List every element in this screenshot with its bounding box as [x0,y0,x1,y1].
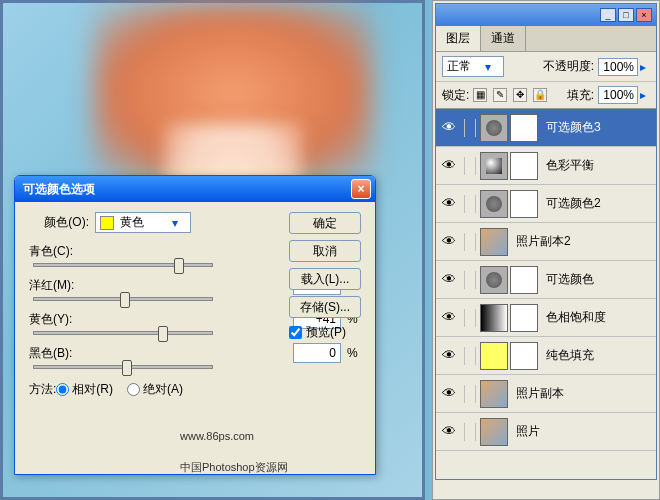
color-label: 颜色(O): [29,214,89,231]
magenta-slider[interactable] [33,297,213,301]
lock-all-icon[interactable]: 🔒 [533,88,547,102]
opacity-label: 不透明度: [543,58,594,75]
layer-thumb[interactable] [480,190,508,218]
color-dropdown[interactable]: 黄色 ▾ [95,212,191,233]
layer-name: 照片 [516,423,540,440]
visibility-icon[interactable]: 👁 [440,347,458,365]
lock-label: 锁定: [442,87,469,104]
relative-radio[interactable] [56,383,69,396]
layer-name: 可选颜色3 [546,119,601,136]
visibility-icon[interactable]: 👁 [440,385,458,403]
cyan-slider[interactable] [33,263,213,267]
visibility-icon[interactable]: 👁 [440,233,458,251]
layer-mask-thumb[interactable] [510,266,538,294]
opacity-input[interactable]: 100% [598,58,638,76]
cyan-label: 青色(C): [29,243,89,260]
layer-row[interactable]: 👁色彩平衡 [436,147,656,185]
preview-checkbox[interactable]: 预览(P) [289,324,361,341]
visibility-icon[interactable]: 👁 [440,309,458,327]
black-input[interactable] [293,343,341,363]
arrow-right-icon[interactable]: ▸ [640,60,650,74]
layer-row[interactable]: 👁照片副本2 [436,223,656,261]
visibility-icon[interactable]: 👁 [440,157,458,175]
layer-name: 纯色填充 [546,347,594,364]
layer-row[interactable]: 👁可选颜色 [436,261,656,299]
layer-thumb[interactable] [480,304,508,332]
dialog-titlebar[interactable]: 可选颜色选项 × [15,176,375,202]
layer-row[interactable]: 👁色相饱和度 [436,299,656,337]
layer-list: 👁可选颜色3👁色彩平衡👁可选颜色2👁照片副本2👁可选颜色👁色相饱和度👁纯色填充👁… [436,109,656,479]
cancel-button[interactable]: 取消 [289,240,361,262]
layer-thumb[interactable] [480,342,508,370]
visibility-icon[interactable]: 👁 [440,119,458,137]
ok-button[interactable]: 确定 [289,212,361,234]
layer-row[interactable]: 👁可选颜色3 [436,109,656,147]
black-label: 黑色(B): [29,345,89,362]
black-slider[interactable] [33,365,213,369]
slider-thumb[interactable] [174,258,184,274]
slider-thumb[interactable] [122,360,132,376]
layers-panel: _ □ × 图层 通道 正常 ▾ 不透明度: 100% ▸ 锁定: ▦ ✎ ✥ … [432,0,660,500]
layer-thumb[interactable] [480,152,508,180]
layer-row[interactable]: 👁纯色填充 [436,337,656,375]
layer-thumb[interactable] [480,380,508,408]
layer-name: 照片副本 [516,385,564,402]
minimize-icon[interactable]: _ [600,8,616,22]
magenta-label: 洋红(M): [29,277,89,294]
load-button[interactable]: 载入(L)... [289,268,361,290]
arrow-right-icon[interactable]: ▸ [640,88,650,102]
blend-mode-dropdown[interactable]: 正常 ▾ [442,56,504,77]
close-icon[interactable]: × [351,179,371,199]
slider-thumb[interactable] [120,292,130,308]
link-slot[interactable] [464,233,476,251]
visibility-icon[interactable]: 👁 [440,195,458,213]
layer-mask-thumb[interactable] [510,342,538,370]
close-icon[interactable]: × [636,8,652,22]
fill-label: 填充: [567,87,594,104]
layer-row[interactable]: 👁可选颜色2 [436,185,656,223]
layer-mask-thumb[interactable] [510,152,538,180]
layer-mask-thumb[interactable] [510,114,538,142]
lock-paint-icon[interactable]: ✎ [493,88,507,102]
palette-header[interactable]: _ □ × [436,4,656,26]
layer-row[interactable]: 👁照片 [436,413,656,451]
watermark-tag: 中国Photoshop资源网 [180,460,288,475]
layer-name: 可选颜色2 [546,195,601,212]
layer-mask-thumb[interactable] [510,304,538,332]
layer-name: 色彩平衡 [546,157,594,174]
method-absolute[interactable]: 绝对(A) [127,381,183,398]
color-value: 黄色 [120,214,144,231]
link-slot[interactable] [464,385,476,403]
visibility-icon[interactable]: 👁 [440,423,458,441]
link-slot[interactable] [464,347,476,365]
dialog-title: 可选颜色选项 [19,181,351,198]
layer-thumb[interactable] [480,266,508,294]
layer-thumb[interactable] [480,114,508,142]
link-slot[interactable] [464,157,476,175]
link-slot[interactable] [464,119,476,137]
fill-input[interactable]: 100% [598,86,638,104]
lock-move-icon[interactable]: ✥ [513,88,527,102]
lock-transparency-icon[interactable]: ▦ [473,88,487,102]
absolute-radio[interactable] [127,383,140,396]
layer-row[interactable]: 👁照片副本 [436,375,656,413]
link-slot[interactable] [464,195,476,213]
layer-thumb[interactable] [480,418,508,446]
maximize-icon[interactable]: □ [618,8,634,22]
layer-thumb[interactable] [480,228,508,256]
link-slot[interactable] [464,309,476,327]
slider-thumb[interactable] [158,326,168,342]
link-slot[interactable] [464,423,476,441]
layer-name: 色相饱和度 [546,309,606,326]
layer-name: 照片副本2 [516,233,571,250]
link-slot[interactable] [464,271,476,289]
yellow-label: 黄色(Y): [29,311,89,328]
layer-mask-thumb[interactable] [510,190,538,218]
save-button[interactable]: 存储(S)... [289,296,361,318]
tab-layers[interactable]: 图层 [436,26,481,51]
color-swatch-icon [100,216,114,230]
tab-channels[interactable]: 通道 [481,26,526,51]
method-relative[interactable]: 相对(R) [56,381,113,398]
yellow-slider[interactable] [33,331,213,335]
visibility-icon[interactable]: 👁 [440,271,458,289]
